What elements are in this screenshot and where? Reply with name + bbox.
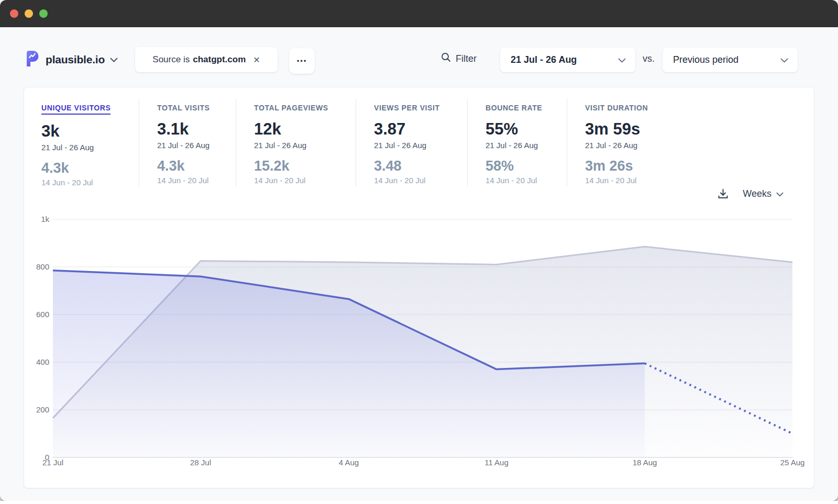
chevron-down-icon <box>780 54 788 65</box>
metric-period: 21 Jul - 26 Aug <box>254 141 356 150</box>
metric-prev-value: 3.48 <box>374 158 467 174</box>
metrics-row: UNIQUE VISITORS 3k 21 Jul - 26 Aug 4.3k … <box>24 87 814 187</box>
svg-text:800: 800 <box>36 262 49 271</box>
analytics-card: UNIQUE VISITORS 3k 21 Jul - 26 Aug 4.3k … <box>24 87 814 488</box>
svg-text:21 Jul: 21 Jul <box>42 458 63 467</box>
metric-prev-period: 14 Jun - 20 Jul <box>486 176 567 185</box>
metric-label[interactable]: TOTAL VISITS <box>157 104 210 112</box>
svg-text:11 Aug: 11 Aug <box>484 458 509 467</box>
ellipsis-icon: ••• <box>297 57 307 65</box>
chevron-down-icon <box>110 55 118 64</box>
metric-value: 3k <box>41 122 139 141</box>
metric-total-pageviews[interactable]: TOTAL PAGEVIEWS 12k 21 Jul - 26 Aug 15.2… <box>236 99 356 187</box>
svg-text:28 Jul: 28 Jul <box>190 458 211 467</box>
chevron-down-icon <box>618 54 626 65</box>
metric-prev-value: 58% <box>486 158 567 174</box>
metric-total-visits[interactable]: TOTAL VISITS 3.1k 21 Jul - 26 Aug 4.3k 1… <box>139 99 236 187</box>
compare-period-value: Previous period <box>673 54 738 65</box>
metric-value: 12k <box>254 120 356 139</box>
metric-prev-period: 14 Jun - 20 Jul <box>585 176 687 185</box>
window-minimize-button[interactable] <box>25 9 33 18</box>
svg-text:4 Aug: 4 Aug <box>339 458 359 467</box>
metric-prev-period: 14 Jun - 20 Jul <box>157 176 236 185</box>
window-zoom-button[interactable] <box>39 9 48 18</box>
metric-prev-value: 15.2k <box>254 158 356 174</box>
compare-period-dropdown[interactable]: Previous period <box>663 48 798 72</box>
metric-prev-value: 3m 26s <box>585 158 687 174</box>
site-switcher[interactable]: plausible.io <box>25 50 118 69</box>
dashboard-body: plausible.io Source is chatgpt.com ✕ •••… <box>0 27 838 501</box>
metric-prev-value: 4.3k <box>157 158 236 174</box>
metric-period: 21 Jul - 26 Aug <box>486 141 567 150</box>
filter-pill-prefix: Source is <box>152 54 190 65</box>
search-icon <box>441 52 451 65</box>
metric-label[interactable]: BOUNCE RATE <box>486 104 542 112</box>
metric-prev-value: 4.3k <box>41 160 139 176</box>
visitors-line-chart[interactable]: 02004006008001k 21 Jul28 Jul4 Aug11 Aug1… <box>24 189 815 485</box>
svg-text:200: 200 <box>36 405 49 414</box>
filter-pill-value: chatgpt.com <box>193 54 246 65</box>
metric-period: 21 Jul - 26 Aug <box>157 141 236 150</box>
metric-period: 21 Jul - 26 Aug <box>374 141 467 150</box>
x-axis-labels: 21 Jul28 Jul4 Aug11 Aug18 Aug25 Aug <box>42 458 804 467</box>
filter-pill-source[interactable]: Source is chatgpt.com ✕ <box>135 47 278 72</box>
window-titlebar <box>0 0 838 27</box>
chart-series <box>53 247 792 457</box>
metric-views-per-visit[interactable]: VIEWS PER VISIT 3.87 21 Jul - 26 Aug 3.4… <box>356 99 467 187</box>
date-range-value: 21 Jul - 26 Aug <box>511 54 577 65</box>
metric-value: 3m 59s <box>585 120 687 139</box>
close-icon[interactable]: ✕ <box>253 55 260 65</box>
metric-value: 3.1k <box>157 120 236 139</box>
svg-text:25 Aug: 25 Aug <box>780 458 805 467</box>
metric-unique-visitors[interactable]: UNIQUE VISITORS 3k 21 Jul - 26 Aug 4.3k … <box>24 99 139 187</box>
vs-label: vs. <box>643 53 655 64</box>
metric-period: 21 Jul - 26 Aug <box>585 141 687 150</box>
app-window: plausible.io Source is chatgpt.com ✕ •••… <box>0 0 838 501</box>
date-range-dropdown[interactable]: 21 Jul - 26 Aug <box>500 48 635 72</box>
svg-text:18 Aug: 18 Aug <box>633 458 657 467</box>
chart-canvas[interactable]: 02004006008001k 21 Jul28 Jul4 Aug11 Aug1… <box>24 189 815 485</box>
metric-value: 3.87 <box>374 120 467 139</box>
metric-prev-period: 14 Jun - 20 Jul <box>254 176 356 185</box>
metric-label[interactable]: VISIT DURATION <box>585 104 648 112</box>
metric-value: 55% <box>486 120 567 139</box>
metric-period: 21 Jul - 26 Aug <box>41 143 139 152</box>
svg-text:600: 600 <box>36 310 49 319</box>
metric-bounce-rate[interactable]: BOUNCE RATE 55% 21 Jul - 26 Aug 58% 14 J… <box>467 99 567 187</box>
plausible-logo-icon <box>25 50 40 69</box>
metric-label[interactable]: TOTAL PAGEVIEWS <box>254 104 328 112</box>
metric-visit-duration[interactable]: VISIT DURATION 3m 59s 21 Jul - 26 Aug 3m… <box>567 99 687 187</box>
metric-label[interactable]: VIEWS PER VISIT <box>374 104 440 112</box>
metric-prev-period: 14 Jun - 20 Jul <box>41 178 139 187</box>
svg-text:1k: 1k <box>41 215 49 223</box>
metric-prev-period: 14 Jun - 20 Jul <box>374 176 467 185</box>
more-filters-button[interactable]: ••• <box>289 48 315 74</box>
metric-label[interactable]: UNIQUE VISITORS <box>41 104 111 115</box>
site-name: plausible.io <box>46 53 105 66</box>
svg-text:400: 400 <box>36 357 49 366</box>
y-axis-labels: 02004006008001k <box>36 215 50 462</box>
add-filter-button[interactable]: Filter <box>441 52 477 65</box>
filter-button-label: Filter <box>456 53 477 64</box>
window-close-button[interactable] <box>10 9 18 18</box>
